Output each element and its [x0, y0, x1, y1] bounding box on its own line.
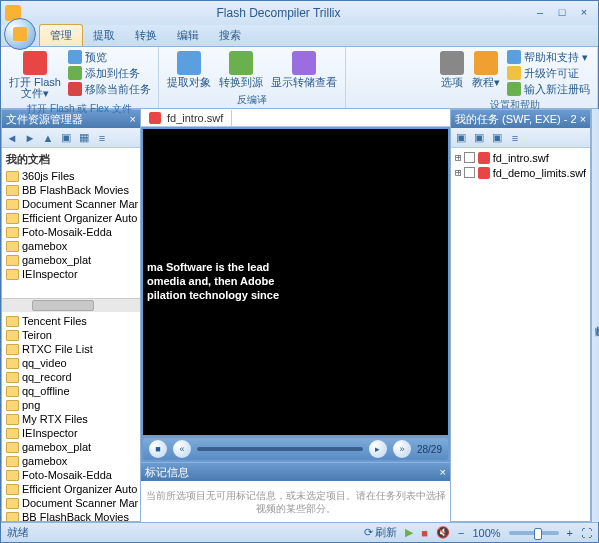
folder-item[interactable]: gamebox_plat	[4, 440, 138, 454]
folder-item[interactable]: gamebox_plat	[4, 253, 138, 267]
group-label-open: 打开 Flash 或 Flex 文件	[27, 101, 131, 117]
folder-icon[interactable]: ▣	[58, 130, 74, 146]
seek-track[interactable]	[197, 447, 363, 451]
mute-icon[interactable]: 🔇	[436, 526, 450, 539]
mydocs-header[interactable]: 我的文档	[4, 150, 138, 169]
folder-icon	[6, 386, 19, 397]
preview-button[interactable]: 预览	[65, 49, 154, 65]
folder-item[interactable]: Tencent Files	[4, 314, 138, 328]
task-item[interactable]: ⊞fd_intro.swf	[453, 150, 588, 165]
tutorial-button[interactable]: 教程▾	[468, 49, 504, 90]
folder-icon	[6, 400, 19, 411]
tab-edit[interactable]: 编辑	[167, 25, 209, 46]
tab-search[interactable]: 搜索	[209, 25, 251, 46]
maximize-button[interactable]: □	[552, 6, 572, 20]
folder-item[interactable]: Efficient Organizer AutoBackup	[4, 211, 138, 225]
zoom-slider[interactable]	[509, 531, 559, 535]
folder-item[interactable]: Efficient Organizer AutoBackup	[4, 482, 138, 496]
rewind-button[interactable]: «	[173, 440, 191, 458]
folder-item[interactable]: 360js Files	[4, 169, 138, 183]
play-all-icon[interactable]: ▶	[405, 526, 413, 539]
folder-icon	[6, 498, 19, 509]
flash-stage: ma Software is the lead omedia and, then…	[143, 129, 448, 435]
expand-icon[interactable]: ⊞	[455, 151, 462, 164]
t2-icon[interactable]: ▣	[471, 130, 487, 146]
zoom-in-icon[interactable]: +	[567, 527, 573, 539]
fwd-icon[interactable]: ►	[22, 130, 38, 146]
ribbon: 打开 Flash 文件▾ 预览 添加到任务 移除当前任务 打开 Flash 或 …	[1, 47, 598, 109]
folder-icon	[6, 484, 19, 495]
fit-icon[interactable]: ⛶	[581, 527, 592, 539]
folder-icon	[6, 330, 19, 341]
statusbar: 就绪 ⟳ 刷新 ▶ ■ 🔇 − 100% + ⛶	[1, 522, 598, 542]
upgrade-license-button[interactable]: 升级许可证	[504, 65, 593, 81]
folder-item[interactable]: qq_record	[4, 370, 138, 384]
folder-item[interactable]: qq_offline	[4, 384, 138, 398]
play-button[interactable]: ▸	[369, 440, 387, 458]
task-item[interactable]: ⊞fd_demo_limits.swf	[453, 165, 588, 180]
folder-item[interactable]: IEInspector	[4, 426, 138, 440]
folder-item[interactable]: RTXC File List	[4, 342, 138, 356]
list-icon[interactable]: ≡	[94, 130, 110, 146]
folder-item[interactable]: Foto-Mosaik-Edda	[4, 468, 138, 482]
stop-all-icon[interactable]: ■	[421, 527, 428, 539]
folder-item[interactable]: qq_video	[4, 356, 138, 370]
enter-code-button[interactable]: 输入新注册码	[504, 81, 593, 97]
folder-item[interactable]: png	[4, 398, 138, 412]
expand-icon[interactable]: ⊞	[455, 166, 462, 179]
folder-icon	[6, 470, 19, 481]
folder-item[interactable]: Foto-Mosaik-Edda	[4, 225, 138, 239]
folder-icon	[6, 269, 19, 280]
tab-extract[interactable]: 提取	[83, 25, 125, 46]
folder-item[interactable]: My RTX Files	[4, 412, 138, 426]
tab-convert[interactable]: 转换	[125, 25, 167, 46]
open-flash-button[interactable]: 打开 Flash 文件▾	[5, 49, 65, 101]
window-title: Flash Decompiler Trillix	[27, 6, 530, 20]
collapse-tab[interactable]: 收起栏	[591, 109, 599, 522]
convert-to-source-button[interactable]: 转换到源	[215, 49, 267, 90]
folder-item[interactable]: gamebox	[4, 454, 138, 468]
folder-item[interactable]: BB FlashBack Movies	[4, 183, 138, 197]
options-button[interactable]: 选项	[436, 49, 468, 90]
folder-item[interactable]: gamebox	[4, 239, 138, 253]
group-label-settings: 设置和帮助	[490, 97, 540, 113]
t1-icon[interactable]: ▣	[453, 130, 469, 146]
help-support-button[interactable]: 帮助和支持 ▾	[504, 49, 593, 65]
folder-item[interactable]: Document Scanner Manager	[4, 197, 138, 211]
marks-body: 当前所选项目无可用标记信息，或未选定项目。请在任务列表中选择视频的某些部分。	[141, 481, 450, 522]
add-task-button[interactable]: 添加到任务	[65, 65, 154, 81]
extract-objects-button[interactable]: 提取对象	[163, 49, 215, 90]
t4-icon[interactable]: ≡	[507, 130, 523, 146]
up-icon[interactable]: ▲	[40, 130, 56, 146]
folder-icon	[6, 213, 19, 224]
swf-tab[interactable]: fd_intro.swf	[141, 110, 232, 126]
folder-item[interactable]: IEInspector	[4, 267, 138, 281]
tasks-close-icon[interactable]: ×	[580, 113, 586, 125]
folder-item[interactable]: BB FlashBack Movies	[4, 510, 138, 521]
remove-task-button[interactable]: 移除当前任务	[65, 81, 154, 97]
checkbox[interactable]	[464, 152, 475, 163]
file-explorer-panel: 文件资源管理器× ◄►▲▣▦≡ 我的文档 360js FilesBB Flash…	[1, 109, 141, 522]
folder-item[interactable]: Teiron	[4, 328, 138, 342]
show-dump-button[interactable]: 显示转储查看	[267, 49, 341, 90]
t3-icon[interactable]: ▣	[489, 130, 505, 146]
hscroll[interactable]	[2, 298, 140, 312]
grid-icon[interactable]: ▦	[76, 130, 92, 146]
tab-manage[interactable]: 管理	[39, 24, 83, 46]
status-ready: 就绪	[7, 525, 29, 540]
back-icon[interactable]: ◄	[4, 130, 20, 146]
forward-button[interactable]: »	[393, 440, 411, 458]
close-button[interactable]: ×	[574, 6, 594, 20]
minimize-button[interactable]: –	[530, 6, 550, 20]
file-explorer-toolbar: ◄►▲▣▦≡	[2, 128, 140, 148]
swf-icon	[478, 167, 490, 179]
zoom-out-icon[interactable]: −	[458, 527, 464, 539]
folder-item[interactable]: Document Scanner Manager Images	[4, 496, 138, 510]
swf-icon	[478, 152, 490, 164]
checkbox[interactable]	[464, 167, 475, 178]
marks-close-icon[interactable]: ×	[440, 466, 446, 478]
refresh-button[interactable]: ⟳ 刷新	[364, 525, 397, 540]
stop-button[interactable]: ■	[149, 440, 167, 458]
frame-counter: 28/29	[417, 444, 442, 455]
app-menu-orb[interactable]	[4, 18, 36, 50]
